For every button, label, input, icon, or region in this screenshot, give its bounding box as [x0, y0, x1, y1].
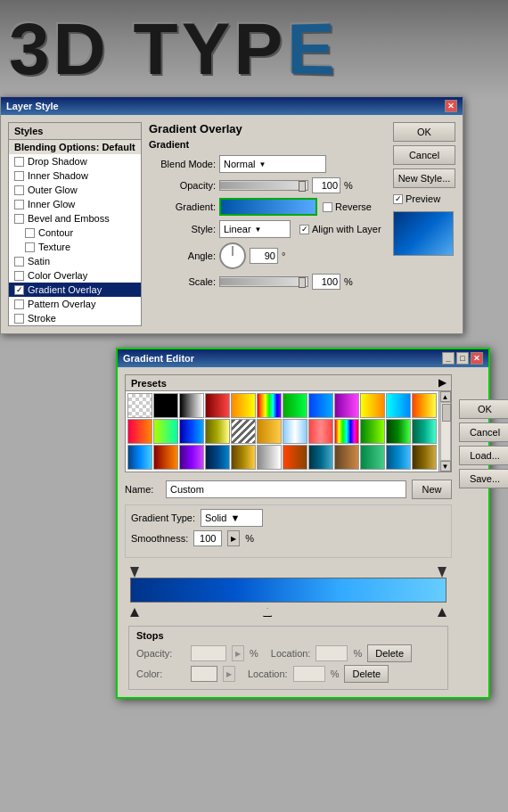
stops-opacity-stepper[interactable]: ▶ — [232, 645, 244, 661]
preset-swatch-35[interactable] — [412, 445, 437, 470]
color-overlay-item[interactable]: Color Overlay — [9, 268, 141, 283]
gradient-bar[interactable] — [130, 578, 447, 603]
preset-swatch-7[interactable] — [308, 393, 333, 418]
outer-glow-item[interactable]: Outer Glow — [9, 183, 141, 197]
preset-swatch-32[interactable] — [334, 445, 359, 470]
preset-swatch-29[interactable] — [257, 445, 282, 470]
presets-expand-icon[interactable]: ▶ — [438, 377, 446, 389]
texture-checkbox[interactable] — [25, 242, 35, 252]
preset-swatch-24[interactable] — [127, 445, 152, 470]
preset-swatch-14[interactable] — [179, 419, 204, 444]
preset-swatch-1[interactable] — [153, 393, 178, 418]
ok-button[interactable]: OK — [393, 122, 455, 142]
gradient-type-select[interactable]: Solid ▼ — [201, 509, 263, 527]
preset-swatch-33[interactable] — [360, 445, 385, 470]
bevel-emboss-item[interactable]: Bevel and Emboss — [9, 211, 141, 226]
inner-glow-item[interactable]: Inner Glow — [9, 197, 141, 211]
preset-swatch-6[interactable] — [283, 393, 307, 418]
ge-load-button[interactable]: Load... — [459, 446, 508, 465]
preset-swatch-3[interactable] — [205, 393, 230, 418]
inner-shadow-item[interactable]: Inner Shadow — [9, 168, 141, 183]
preset-swatch-17[interactable] — [257, 419, 282, 444]
preset-swatch-5[interactable] — [257, 393, 282, 418]
color-overlay-checkbox[interactable] — [14, 271, 24, 281]
scale-field[interactable] — [312, 274, 340, 290]
preset-swatch-11[interactable] — [412, 393, 437, 418]
preview-checkbox[interactable] — [393, 194, 403, 204]
preset-swatch-18[interactable] — [283, 419, 307, 444]
preset-swatch-25[interactable] — [153, 445, 178, 470]
color-stop-mid[interactable] — [263, 608, 272, 617]
preset-swatch-8[interactable] — [334, 393, 359, 418]
preset-swatch-16[interactable] — [231, 419, 256, 444]
stops-color-stepper[interactable]: ▶ — [223, 666, 235, 682]
close-button[interactable]: ✕ — [445, 100, 457, 112]
preset-swatch-30[interactable] — [283, 445, 307, 470]
preset-swatch-22[interactable] — [386, 419, 411, 444]
opacity-delete-button[interactable]: Delete — [367, 644, 412, 662]
name-input[interactable] — [166, 480, 406, 498]
preset-swatch-13[interactable] — [153, 419, 178, 444]
color-stop-right[interactable] — [438, 608, 447, 617]
opacity-field[interactable] — [312, 177, 340, 193]
opacity-stop-left[interactable] — [130, 567, 139, 578]
preset-swatch-27[interactable] — [205, 445, 230, 470]
preset-swatch-10[interactable] — [386, 393, 411, 418]
ge-close-button[interactable]: ✕ — [471, 352, 483, 365]
smoothness-stepper[interactable]: ▶ — [227, 530, 240, 546]
preset-swatch-34[interactable] — [386, 445, 411, 470]
satin-item[interactable]: Satin — [9, 254, 141, 268]
blending-options-item[interactable]: Blending Options: Default — [9, 140, 141, 154]
ge-save-button[interactable]: Save... — [459, 469, 508, 488]
cancel-button[interactable]: Cancel — [393, 145, 455, 165]
stroke-checkbox[interactable] — [14, 314, 24, 324]
new-button[interactable]: New — [412, 480, 452, 499]
satin-checkbox[interactable] — [14, 257, 24, 267]
preset-swatch-9[interactable] — [360, 393, 385, 418]
contour-checkbox[interactable] — [25, 228, 35, 238]
stops-color-location-input[interactable] — [293, 666, 325, 682]
inner-glow-checkbox[interactable] — [14, 200, 24, 209]
stroke-item[interactable]: Stroke — [9, 311, 141, 325]
preset-swatch-4[interactable] — [231, 393, 256, 418]
scrollbar-up-icon[interactable]: ▲ — [440, 391, 451, 402]
align-layer-checkbox[interactable] — [299, 225, 309, 234]
preset-swatch-2[interactable] — [179, 393, 204, 418]
preset-swatch-28[interactable] — [231, 445, 256, 470]
inner-shadow-checkbox[interactable] — [14, 171, 24, 181]
preset-swatch-15[interactable] — [205, 419, 230, 444]
scrollbar-down-icon[interactable]: ▼ — [440, 461, 451, 472]
drop-shadow-checkbox[interactable] — [14, 157, 24, 167]
angle-dial[interactable] — [219, 242, 246, 269]
color-delete-button[interactable]: Delete — [344, 665, 389, 683]
new-style-button[interactable]: New Style... — [393, 168, 455, 188]
bevel-emboss-checkbox[interactable] — [14, 214, 24, 224]
stops-opacity-input[interactable] — [191, 645, 226, 661]
gradient-swatch[interactable] — [219, 198, 317, 216]
contour-item[interactable]: Contour — [9, 226, 141, 240]
stops-opacity-location-input[interactable] — [315, 645, 348, 661]
gradient-overlay-item[interactable]: Gradient Overlay — [9, 283, 141, 297]
preset-swatch-20[interactable] — [334, 419, 359, 444]
blend-mode-select[interactable]: Normal ▼ — [219, 155, 326, 173]
preset-swatch-21[interactable] — [360, 419, 385, 444]
color-stop-left[interactable] — [130, 608, 139, 617]
drop-shadow-item[interactable]: Drop Shadow — [9, 154, 141, 168]
angle-field[interactable] — [250, 248, 278, 264]
reverse-checkbox[interactable] — [323, 202, 332, 212]
preset-swatch-12[interactable] — [127, 419, 152, 444]
preset-swatch-19[interactable] — [308, 419, 333, 444]
opacity-slider[interactable] — [219, 180, 308, 191]
scale-slider-thumb[interactable] — [299, 277, 306, 288]
smoothness-input[interactable] — [193, 530, 222, 546]
preset-swatch-23[interactable] — [412, 419, 437, 444]
scrollbar-thumb[interactable] — [442, 404, 451, 422]
ge-ok-button[interactable]: OK — [459, 399, 508, 419]
preset-swatch-0[interactable] — [127, 393, 152, 418]
preset-swatch-31[interactable] — [308, 445, 333, 470]
ge-maximize-button[interactable]: □ — [456, 352, 469, 365]
color-stop-swatch[interactable] — [191, 666, 217, 682]
style-select[interactable]: Linear ▼ — [219, 220, 291, 238]
texture-item[interactable]: Texture — [9, 240, 141, 254]
outer-glow-checkbox[interactable] — [14, 185, 24, 195]
